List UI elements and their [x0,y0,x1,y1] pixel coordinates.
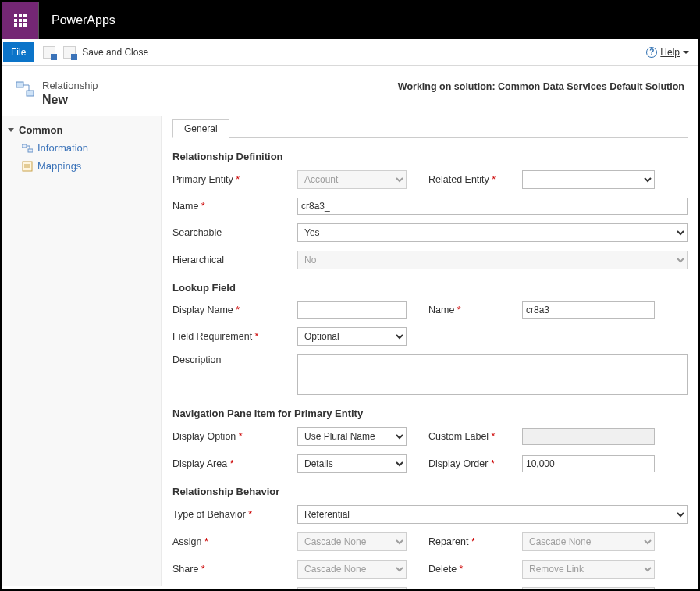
select-delete[interactable]: Remove Link [522,560,655,579]
select-primary-entity[interactable]: Account [297,170,407,189]
tree-item-mappings[interactable]: Mappings [2,157,161,175]
select-unshare[interactable]: Cascade None [297,587,407,591]
tab-general[interactable]: General [172,119,229,138]
input-display-name[interactable] [297,301,407,319]
tree-item-label: Information [37,142,88,154]
select-display-area[interactable]: Details [297,454,407,473]
label-name: Name [172,201,297,212]
label-primary-entity: Primary Entity [172,174,297,185]
app-topbar: PowerApps [2,2,698,39]
help-label: Help [660,47,680,58]
label-display-order: Display Order [428,458,522,469]
label-lookup-name: Name [428,304,522,315]
relationship-icon [16,80,34,98]
svg-rect-11 [22,144,27,148]
label-related-entity: Related Entity [428,174,522,185]
svg-rect-10 [27,91,34,96]
tree-item-label: Mappings [37,160,81,172]
textarea-description[interactable] [297,354,688,395]
form-area: General Relationship Definition Primary … [162,116,698,586]
label-hierarchical: Hierarchical [172,255,297,265]
tree-group-label: Common [19,124,62,136]
nav-tree: Common Information Mappings [2,116,162,586]
select-assign[interactable]: Cascade None [297,532,407,551]
label-delete: Delete [428,564,522,575]
entity-type-label: Relationship [42,80,98,91]
svg-rect-9 [16,82,23,87]
select-merge[interactable]: Cascade All [522,587,655,591]
label-description: Description [172,354,297,365]
tree-item-information[interactable]: Information [2,139,161,157]
save-close-button[interactable]: Save and Close [82,47,148,58]
help-menu[interactable]: ? Help [646,47,689,58]
select-share[interactable]: Cascade None [297,560,407,579]
svg-rect-1 [19,14,22,17]
svg-rect-6 [14,23,17,27]
input-custom-label[interactable] [522,428,655,445]
svg-rect-12 [28,149,33,152]
save-close-icon[interactable] [63,46,76,59]
page-header: Relationship New Working on solution: Co… [2,66,698,116]
select-hierarchical[interactable]: No [297,251,688,269]
svg-rect-0 [14,14,17,17]
waffle-icon[interactable] [2,2,39,39]
section-relationship-definition: Relationship Definition [172,151,688,162]
svg-rect-2 [23,14,27,17]
file-menu[interactable]: File [3,42,34,62]
chevron-down-icon [683,51,689,54]
input-display-order[interactable] [522,455,655,472]
tree-group-common[interactable]: Common [2,121,161,139]
label-reparent: Reparent [428,536,522,547]
information-icon [22,143,33,154]
select-field-requirement[interactable]: Optional [297,327,407,346]
label-display-area: Display Area [172,458,297,469]
input-lookup-name[interactable] [522,301,655,319]
save-icon[interactable] [43,46,55,59]
command-bar: File Save and Close ? Help [2,39,698,66]
help-icon: ? [646,47,657,58]
svg-rect-4 [19,19,22,22]
svg-rect-8 [23,23,27,27]
select-searchable[interactable]: Yes [297,223,688,242]
svg-rect-13 [23,162,32,171]
tab-strip: General [172,119,688,138]
label-field-requirement: Field Requirement [172,331,297,342]
solution-context: Working on solution: Common Data Service… [398,80,689,92]
svg-rect-7 [19,23,22,27]
entity-state: New [42,93,98,107]
chevron-down-icon [8,128,14,132]
label-searchable: Searchable [172,227,297,238]
input-name[interactable] [297,198,688,215]
mappings-icon [22,161,33,172]
label-display-option: Display Option [172,431,297,442]
select-reparent[interactable]: Cascade None [522,532,655,551]
select-type-behavior[interactable]: Referential [297,505,688,524]
svg-rect-5 [23,19,27,22]
section-nav-pane: Navigation Pane Item for Primary Entity [172,408,688,419]
label-assign: Assign [172,536,297,547]
section-behavior: Relationship Behavior [172,486,688,497]
select-related-entity[interactable] [522,170,655,189]
label-type-behavior: Type of Behavior [172,509,297,520]
label-custom-label: Custom Label [428,431,522,442]
select-display-option[interactable]: Use Plural Name [297,427,407,446]
app-brand: PowerApps [39,2,130,39]
label-share: Share [172,564,297,575]
section-lookup-field: Lookup Field [172,282,688,294]
svg-rect-3 [14,19,17,22]
label-display-name: Display Name [172,304,297,315]
